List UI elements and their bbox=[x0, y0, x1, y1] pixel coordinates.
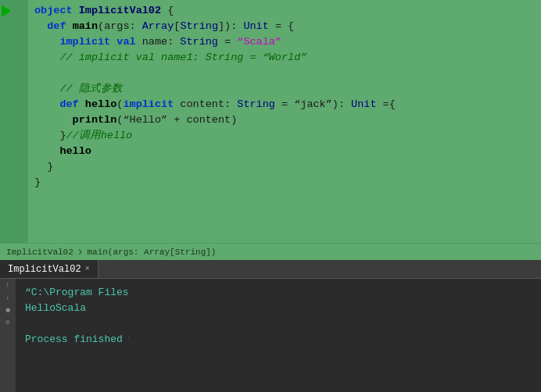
code-text: } bbox=[47, 161, 53, 173]
code-line: def hello(implicit content: String = “ja… bbox=[34, 97, 535, 112]
code-line: implicit val name: String = “Scala” bbox=[34, 34, 535, 50]
tab-label: ImplicitVal02 bbox=[8, 264, 81, 275]
code-line: } bbox=[34, 159, 535, 175]
editor-tab[interactable]: ImplicitVal02 × bbox=[0, 260, 99, 278]
keyword: object bbox=[34, 5, 79, 16]
type-name: Unit bbox=[351, 98, 376, 110]
type-name: String bbox=[237, 98, 275, 110]
console-sidebar: ↑ ↓ ■ ≡ bbox=[0, 279, 16, 392]
code-line: object ImplicitVal02 { bbox=[34, 3, 535, 19]
breadcrumb-file: ImplicitVal02 bbox=[6, 248, 73, 257]
keyword: def bbox=[47, 20, 66, 32]
tab-bar: ImplicitVal02 × bbox=[0, 260, 541, 279]
comment: // implicit val name1: String = “World” bbox=[34, 52, 306, 63]
method-name: hello bbox=[85, 98, 117, 110]
breadcrumb-bar: ImplicitVal02 › main(args: Array[String]… bbox=[0, 243, 541, 260]
code-line: println(“Hello” + content) bbox=[34, 112, 535, 128]
keyword: implicit bbox=[59, 36, 110, 48]
type-name: String bbox=[180, 20, 218, 32]
code-line: hello bbox=[34, 144, 535, 159]
code-content: object ImplicitVal02 { def main(args: Ar… bbox=[0, 0, 541, 243]
code-text: content: bbox=[174, 98, 237, 110]
comment: // 隐式参数 bbox=[34, 83, 123, 94]
keyword: def bbox=[59, 98, 78, 110]
string-val: “Scala” bbox=[237, 36, 281, 48]
comment: //调用hello bbox=[66, 130, 133, 141]
console-line-path: “C:\Program Files\Java\jdk1.8.0_171\bin\… bbox=[25, 285, 120, 301]
breadcrumb-method: main(args: Array[String]) bbox=[87, 248, 216, 257]
code-text: name: bbox=[136, 36, 181, 48]
code-text: (“Hello” + content) bbox=[116, 114, 237, 126]
code-text: ]): bbox=[218, 20, 243, 32]
code-lines: object ImplicitVal02 { def main(args: Ar… bbox=[28, 0, 541, 243]
code-text: (args: bbox=[98, 20, 142, 32]
code-line: } bbox=[34, 175, 535, 191]
code-text: } bbox=[34, 176, 41, 188]
code-line bbox=[34, 66, 535, 81]
breadcrumb-separator: › bbox=[77, 245, 84, 259]
console-line-output: HelloScala bbox=[25, 301, 120, 316]
down-arrow-icon[interactable]: ↓ bbox=[5, 294, 10, 302]
method-call: hello bbox=[59, 145, 91, 157]
bracket: { bbox=[161, 5, 174, 16]
stop-icon[interactable]: ■ bbox=[5, 307, 10, 315]
code-line: def main(args: Array[String]): Unit = { bbox=[34, 19, 535, 34]
tab-close-button[interactable]: × bbox=[85, 265, 90, 273]
console-line-empty bbox=[25, 316, 120, 332]
keyword: implicit bbox=[123, 98, 174, 110]
code-text: } bbox=[34, 130, 66, 141]
line-gutter bbox=[0, 0, 28, 243]
code-text: = “jack”): bbox=[275, 98, 351, 110]
code-area: object ImplicitVal02 { def main(args: Ar… bbox=[0, 0, 541, 243]
code-line: // implicit val name1: String = “World” bbox=[34, 50, 535, 66]
class-name: ImplicitVal02 bbox=[79, 5, 161, 16]
method-name: println bbox=[73, 114, 117, 126]
type-name: Unit bbox=[243, 20, 268, 32]
console-line-process: Process finished with exit code 0 bbox=[25, 332, 120, 347]
code-text: ={ bbox=[377, 98, 396, 110]
type-name: String bbox=[180, 36, 218, 48]
type-name: Array bbox=[142, 20, 174, 32]
code-line: // 隐式参数 bbox=[34, 81, 535, 97]
keyword: val bbox=[116, 36, 135, 48]
console-area: “C:\Program Files\Java\jdk1.8.0_171\bin\… bbox=[16, 279, 129, 392]
code-text: = { bbox=[269, 20, 294, 32]
console-wrapper: ↑ ↓ ■ ≡ “C:\Program Files\Java\jdk1.8.0_… bbox=[0, 279, 541, 392]
list-icon[interactable]: ≡ bbox=[5, 319, 10, 327]
up-arrow-icon[interactable]: ↑ bbox=[5, 282, 10, 290]
method-name: main bbox=[73, 20, 98, 32]
run-arrow-icon[interactable] bbox=[2, 5, 11, 17]
code-text: = bbox=[218, 36, 237, 48]
code-line: }//调用hello bbox=[34, 128, 535, 144]
editor-container: object ImplicitVal02 { def main(args: Ar… bbox=[0, 0, 541, 392]
